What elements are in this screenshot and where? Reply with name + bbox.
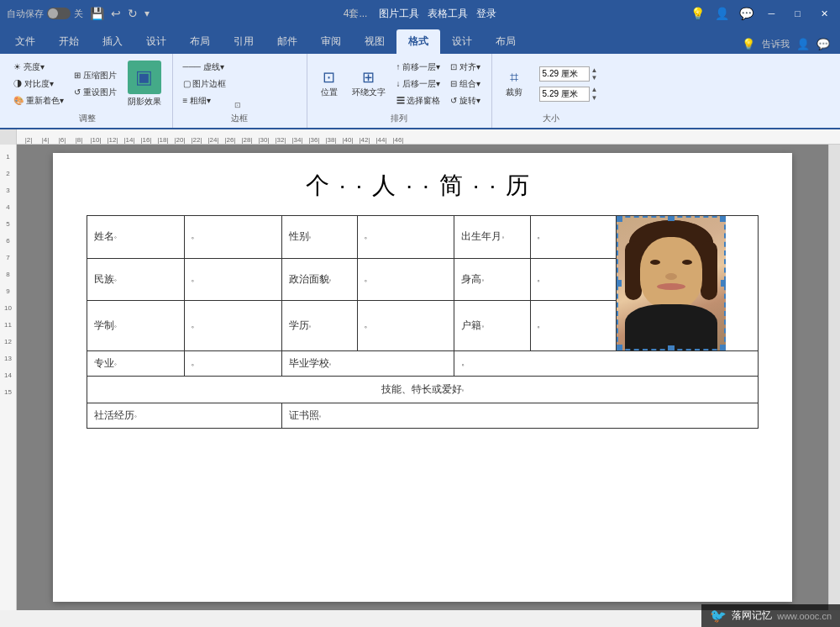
table-cell-education-value[interactable]: ◦ [357, 301, 454, 351]
ruler-corner [0, 129, 17, 145]
tab-design[interactable]: 设计 [134, 29, 178, 54]
handle-bottom[interactable] [668, 345, 675, 350]
table-row: 专业◦ ◦ 毕业学校◦ ◦ [87, 351, 759, 377]
table-cell-gender-value[interactable]: ◦ [357, 216, 454, 259]
tab-format[interactable]: 格式 [396, 29, 440, 54]
table-cell-major-value[interactable]: ◦ [184, 351, 281, 377]
tab-review[interactable]: 审阅 [309, 29, 353, 54]
user-icon[interactable]: 👤 [715, 7, 729, 20]
save-icon[interactable]: 💾 [90, 7, 104, 20]
bring-forward-btn[interactable]: ↑ 前移一层▾ [393, 60, 444, 75]
width-input[interactable] [539, 87, 590, 102]
rotate-btn[interactable]: ↺ 旋转▾ [447, 93, 484, 108]
tab-insert[interactable]: 插入 [91, 29, 134, 54]
handle-left[interactable] [617, 280, 622, 287]
resume-table: 姓名◦ ◦ 性别◦ ◦ 出生年月◦ ◦ [87, 215, 759, 429]
table-row: 技能、特长或爱好◦ [87, 377, 759, 403]
handle-top[interactable] [668, 216, 675, 221]
ribbon-group-arrange: ⊡ 位置 ⊞ 环绕文字 ↑ 前移一层▾ ↓ 后移一层▾ ☰ 选择窗格 ⊡ 对齐▾… [307, 54, 492, 128]
table-row: 姓名◦ ◦ 性别◦ ◦ 出生年月◦ ◦ [87, 216, 759, 259]
vruler-mark: 7 [6, 249, 9, 266]
position-icon: ⊡ [323, 70, 335, 85]
table-cell-studylength-value[interactable]: ◦ [184, 301, 281, 351]
align-btn[interactable]: ⊡ 对齐▾ [447, 60, 484, 75]
table-cell-ethnicity-value[interactable]: ◦ [184, 258, 281, 301]
wrap-text-btn[interactable]: ⊞ 环绕文字 [348, 67, 390, 101]
tab-layout2[interactable]: 布局 [484, 29, 528, 54]
ruler-mark: |14| [121, 136, 138, 144]
table-cell-dob-value[interactable]: ◦ [530, 216, 617, 259]
table-cell-political-value[interactable]: ◦ [357, 258, 454, 301]
tab-mailings[interactable]: 邮件 [265, 29, 309, 54]
vruler-mark: 13 [4, 350, 12, 366]
select-pane-btn[interactable]: ☰ 选择窗格 [393, 93, 444, 108]
table-cell-height-value[interactable]: ◦ [530, 258, 617, 301]
help-lightbulb-icon[interactable]: 💡 [742, 38, 755, 50]
menu-tabs: 文件 开始 插入 设计 布局 引用 邮件 审阅 视图 格式 设计 布局 💡 告诉… [0, 27, 840, 54]
width-row: ▲ ▼ [539, 86, 598, 102]
height-input[interactable] [539, 66, 590, 82]
title-bar-left: 自动保存 关 💾 ↩ ↻ ▾ [7, 7, 150, 20]
ruler-mark: |8| [71, 136, 87, 144]
ruler-mark: |18| [155, 136, 171, 144]
shadow-label: 阴影效果 [128, 96, 161, 108]
width-up[interactable]: ▲ [591, 86, 598, 94]
minimize-button[interactable]: ─ [764, 7, 780, 20]
watermark-text: 落网记忆 [732, 609, 772, 623]
picture-border-btn[interactable]: ▢ 图片边框 [180, 76, 230, 92]
table-cell-name-value[interactable]: ◦ [184, 216, 281, 259]
thickness-btn[interactable]: ≡ 粗细▾ [180, 93, 230, 108]
ruler-mark: |20| [171, 136, 188, 144]
position-btn[interactable]: ⊡ 位置 [314, 67, 344, 101]
dashed-line-btn[interactable]: ─── 虚线▾ [180, 60, 230, 75]
tab-view[interactable]: 视图 [353, 29, 396, 54]
undo-icon[interactable]: ↩ [111, 7, 121, 20]
help-icon[interactable]: 💡 [690, 7, 705, 20]
autosave-toggle[interactable]: 自动保存 关 [7, 8, 83, 20]
main-area: 1 2 3 4 5 6 7 8 9 10 11 12 13 14 15 个··人… [0, 145, 840, 610]
send-backward-btn[interactable]: ↓ 后移一层▾ [393, 76, 444, 92]
adjust-group-title: 调整 [10, 111, 165, 124]
vruler-mark: 10 [4, 299, 12, 316]
autosave-switch[interactable] [47, 8, 71, 19]
compress-btn[interactable]: ⊞ 压缩图片 [71, 68, 120, 83]
contrast-btn[interactable]: ◑ 对比度▾ [10, 76, 67, 92]
table-cell-school-value[interactable]: ◦ [454, 351, 759, 377]
brightness-btn[interactable]: ☀ 亮度▾ [10, 60, 67, 75]
chat-icon[interactable]: 💬 [816, 38, 830, 50]
crop-btn[interactable]: ⌗ 裁剪 [499, 67, 529, 101]
title-bar-right: 💡 👤 💬 ─ □ ✕ [690, 7, 833, 21]
close-button[interactable]: ✕ [816, 7, 833, 21]
recolor-btn[interactable]: 🎨 重新着色▾ [10, 93, 67, 108]
ruler-mark: |26| [222, 136, 239, 144]
ribbon-arrange-items: ⊡ 位置 ⊞ 环绕文字 ↑ 前移一层▾ ↓ 后移一层▾ ☰ 选择窗格 ⊡ 对齐▾… [314, 57, 485, 111]
table-cell-name-label: 姓名◦ [87, 216, 185, 259]
border-expand-icon[interactable]: ⊡ [233, 99, 243, 111]
group-btn[interactable]: ⊟ 组合▾ [447, 76, 484, 92]
wrap-icon: ⊞ [362, 70, 375, 85]
width-down[interactable]: ▼ [591, 94, 598, 103]
tab-file[interactable]: 文件 [3, 29, 47, 54]
tab-home[interactable]: 开始 [47, 29, 91, 54]
height-down[interactable]: ▼ [591, 74, 598, 82]
help-text[interactable]: 告诉我 [762, 38, 790, 50]
handle-right[interactable] [721, 280, 726, 287]
tab-references[interactable]: 引用 [222, 29, 265, 54]
redo-icon[interactable]: ↻ [128, 7, 138, 20]
shadow-effect-btn[interactable]: ▣ 阴影效果 [123, 58, 165, 110]
height-row: ▲ ▼ [539, 66, 598, 82]
ruler-mark: |16| [138, 136, 155, 144]
restore-button[interactable]: □ [790, 7, 806, 20]
table-cell-domicile-value[interactable]: ◦ [530, 301, 617, 351]
vertical-scrollbar[interactable] [828, 145, 840, 610]
more-icon[interactable]: ▾ [144, 8, 150, 19]
reset-btn[interactable]: ↺ 重设图片 [71, 85, 120, 100]
ruler-mark: |10| [87, 136, 104, 144]
tab-layout[interactable]: 布局 [178, 29, 222, 54]
height-up[interactable]: ▲ [591, 66, 598, 75]
adjust-small-btns: ☀ 亮度▾ ◑ 对比度▾ 🎨 重新着色▾ [10, 60, 67, 108]
account-icon[interactable]: 👤 [796, 38, 810, 50]
ruler-mark: |30| [255, 136, 272, 144]
comment-icon[interactable]: 💬 [739, 7, 753, 20]
tab-design2[interactable]: 设计 [440, 29, 484, 54]
